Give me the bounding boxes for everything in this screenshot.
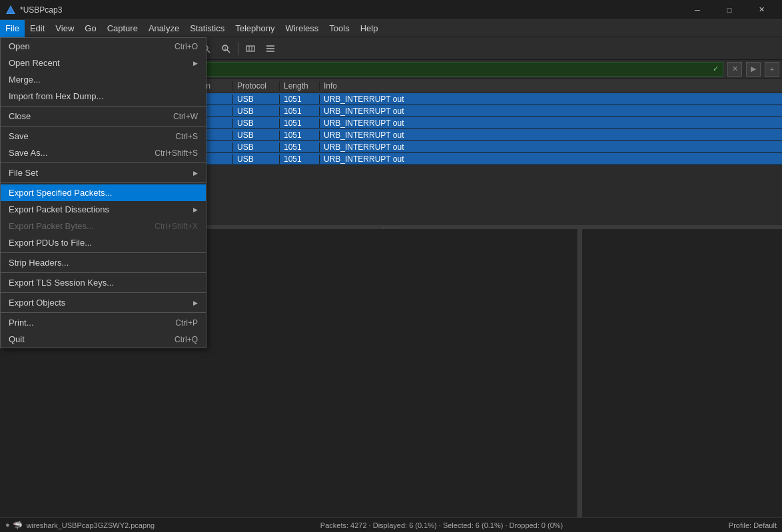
expand-all-btn[interactable] bbox=[261, 40, 280, 57]
statusbar-profile: Profile: Default bbox=[729, 521, 777, 529]
menu-item-export-dissections[interactable]: Export Packet Dissections bbox=[1, 201, 206, 218]
minimize-button[interactable]: ─ bbox=[682, 0, 713, 20]
menubar: File Edit View Go Capture Analyze Statis… bbox=[0, 20, 782, 37]
menu-analyze[interactable]: Analyze bbox=[143, 20, 185, 37]
menu-sep3 bbox=[1, 162, 206, 163]
filter-apply-btn[interactable]: ▶ bbox=[746, 62, 761, 77]
menu-telephony[interactable]: Telephony bbox=[230, 20, 280, 37]
zoom-reset-icon: 1 bbox=[220, 43, 231, 54]
zoom-reset-btn[interactable]: 1 bbox=[216, 40, 235, 57]
menu-item-export-pdus[interactable]: Export PDUs to File... bbox=[1, 234, 206, 251]
menu-sep4 bbox=[1, 182, 206, 183]
menu-item-close[interactable]: Close Ctrl+W bbox=[1, 108, 206, 125]
menu-capture[interactable]: Capture bbox=[102, 20, 143, 37]
expand-all-icon bbox=[265, 43, 276, 54]
statusbar-left: ● 🦈 wireshark_USBPcap3GZSWY2.pcapng bbox=[5, 521, 155, 530]
menu-item-save-as[interactable]: Save As... Ctrl+Shift+S bbox=[1, 144, 206, 161]
menu-tools[interactable]: Tools bbox=[324, 20, 354, 37]
menu-help[interactable]: Help bbox=[355, 20, 384, 37]
col-header-length: Length bbox=[280, 81, 320, 91]
menu-sep2 bbox=[1, 126, 206, 127]
statusbar-icons: ● 🦈 bbox=[5, 521, 23, 530]
file-menu-dropdown: Open Ctrl+O Open Recent Merge... Import … bbox=[0, 37, 206, 348]
statusbar-filename: wireshark_USBPcap3GZSWY2.pcapng bbox=[27, 521, 155, 529]
statusbar: ● 🦈 wireshark_USBPcap3GZSWY2.pcapng Pack… bbox=[0, 517, 782, 532]
resize-col-btn[interactable] bbox=[241, 40, 260, 57]
menu-file[interactable]: File bbox=[0, 20, 25, 37]
menu-item-strip-headers[interactable]: Strip Headers... bbox=[1, 254, 206, 271]
menu-item-export-tls[interactable]: Export TLS Session Keys... bbox=[1, 274, 206, 291]
menu-item-export-bytes: Export Packet Bytes... Ctrl+Shift+X bbox=[1, 218, 206, 234]
menu-sep8 bbox=[1, 312, 206, 313]
file-dropdown-menu: Open Ctrl+O Open Recent Merge... Import … bbox=[0, 37, 206, 348]
filter-clear-btn[interactable]: ✕ bbox=[727, 62, 742, 77]
menu-item-print[interactable]: Print... Ctrl+P bbox=[1, 314, 206, 331]
menu-sep7 bbox=[1, 292, 206, 293]
statusbar-shark-icon: 🦈 bbox=[13, 521, 23, 530]
col-header-protocol: Protocol bbox=[233, 81, 280, 91]
app-icon bbox=[5, 5, 16, 15]
menu-sep6 bbox=[1, 272, 206, 273]
statusbar-ready-icon: ● bbox=[5, 521, 10, 530]
menu-sep1 bbox=[1, 106, 206, 107]
menu-item-file-set[interactable]: File Set bbox=[1, 164, 206, 181]
col-header-info: Info bbox=[320, 81, 782, 91]
menu-item-save[interactable]: Save Ctrl+S bbox=[1, 128, 206, 144]
menu-sep5 bbox=[1, 252, 206, 253]
statusbar-stats: Packets: 4272 · Displayed: 6 (0.1%) · Se… bbox=[320, 521, 563, 529]
menu-item-quit[interactable]: Quit Ctrl+Q bbox=[1, 331, 206, 348]
titlebar-controls: ─ □ ✕ bbox=[682, 0, 777, 20]
menu-wireless[interactable]: Wireless bbox=[280, 20, 324, 37]
window-title: *USBPcap3 bbox=[20, 5, 62, 15]
svg-text:1: 1 bbox=[224, 46, 226, 51]
svg-line-23 bbox=[207, 50, 210, 53]
titlebar: *USBPcap3 ─ □ ✕ bbox=[0, 0, 782, 20]
svg-line-26 bbox=[227, 50, 230, 53]
menu-go[interactable]: Go bbox=[79, 20, 101, 37]
filter-valid-icon: ✓ bbox=[713, 65, 719, 73]
maximize-button[interactable]: □ bbox=[714, 0, 745, 20]
titlebar-left: *USBPcap3 bbox=[5, 5, 62, 15]
menu-item-export-specified[interactable]: Export Specified Packets... bbox=[1, 184, 206, 201]
menu-item-merge[interactable]: Merge... bbox=[1, 71, 206, 88]
menu-item-import-hex[interactable]: Import from Hex Dump... bbox=[1, 88, 206, 105]
svg-rect-28 bbox=[246, 46, 254, 51]
menu-view[interactable]: View bbox=[50, 20, 79, 37]
menu-item-export-objects[interactable]: Export Objects bbox=[1, 294, 206, 311]
filter-save-btn[interactable]: + bbox=[765, 62, 779, 77]
close-button[interactable]: ✕ bbox=[746, 0, 777, 20]
resize-col-icon bbox=[245, 43, 256, 54]
toolbar-sep4 bbox=[238, 42, 238, 55]
menu-edit[interactable]: Edit bbox=[25, 20, 50, 37]
menu-item-open[interactable]: Open Ctrl+O bbox=[1, 38, 206, 55]
packet-bytes-panel bbox=[582, 229, 782, 517]
menu-statistics[interactable]: Statistics bbox=[185, 20, 230, 37]
menu-item-open-recent[interactable]: Open Recent bbox=[1, 55, 206, 71]
